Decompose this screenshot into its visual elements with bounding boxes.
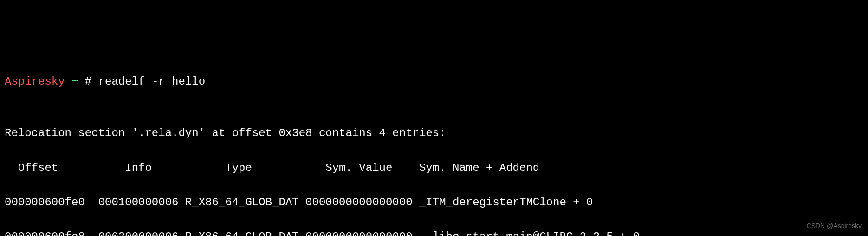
table-row: 000000600fe8 000300000006 R_X86_64_GLOB_… — [5, 228, 863, 236]
watermark: CSDN @Aspiresky — [807, 221, 862, 231]
prompt-hash: # — [85, 75, 98, 88]
columns-header: Offset Info Type Sym. Value Sym. Name + … — [5, 159, 863, 177]
prompt-line[interactable]: Aspiresky ~ # readelf -r hello — [5, 73, 863, 90]
table-row: 000000600fe0 000100000006 R_X86_64_GLOB_… — [5, 194, 863, 211]
command-text: readelf -r hello — [98, 75, 205, 88]
section-header: Relocation section '.rela.dyn' at offset… — [5, 125, 863, 142]
prompt-host: Aspiresky — [5, 75, 65, 88]
prompt-tilde: ~ — [65, 75, 85, 88]
